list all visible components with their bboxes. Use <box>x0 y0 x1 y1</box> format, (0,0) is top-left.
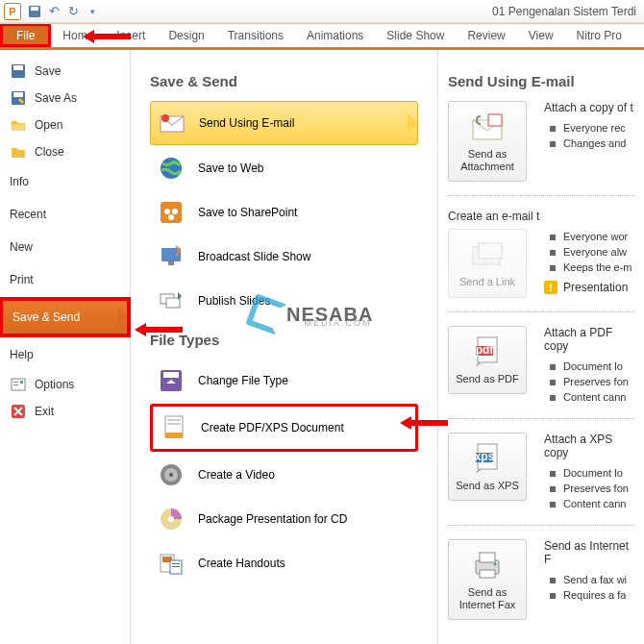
link-icon <box>453 237 522 272</box>
opt-broadcast[interactable]: Broadcast Slide Show <box>150 235 418 278</box>
sidebar-label: Save As <box>35 91 77 105</box>
tab-review[interactable]: Review <box>456 23 516 47</box>
sidebar-print[interactable]: Print <box>0 263 130 296</box>
desc-bullet: Document lo <box>550 359 634 374</box>
desc-bullet: Preserves fon <box>550 481 634 496</box>
sidebar-recent[interactable]: Recent <box>0 198 130 231</box>
backstage-sidebar: Save Save As Open Close Info Recent New … <box>0 50 131 644</box>
desc-bullet: Requires a fa <box>550 587 634 603</box>
desc-bullet: Everyone alw <box>550 244 634 260</box>
tab-design[interactable]: Design <box>157 23 215 47</box>
svg-rect-22 <box>166 298 180 308</box>
desc-title: Attach a PDF copy <box>544 326 634 353</box>
title-bar: P ↶ ↻ ▾ 01 Pengenalan Sistem Terdi <box>0 0 644 23</box>
exit-icon <box>10 404 27 419</box>
btn-send-fax[interactable]: Send as Internet Fax <box>448 539 527 620</box>
xps-desc: Attach a XPS copy Document loPreserves f… <box>544 433 634 511</box>
warn-text: Presentation <box>563 281 628 294</box>
sharepoint-icon <box>158 199 185 226</box>
tab-nitro[interactable]: Nitro Pro <box>565 23 633 47</box>
opt-label: Broadcast Slide Show <box>198 250 310 263</box>
opt-create-pdf-xps[interactable]: Create PDF/XPS Document <box>150 404 418 452</box>
sidebar-options[interactable]: Options <box>0 371 130 398</box>
qat-dropdown-icon[interactable]: ▾ <box>85 4 100 19</box>
sidebar-save-send[interactable]: Save & Send <box>0 298 130 336</box>
publish-icon <box>158 287 185 314</box>
qat-undo-icon[interactable]: ↶ <box>46 4 62 19</box>
sidebar-save-as[interactable]: Save As <box>0 85 130 111</box>
sidebar-info[interactable]: Info <box>0 165 130 198</box>
svg-rect-42 <box>479 243 502 259</box>
handouts-icon <box>158 550 185 577</box>
sidebar-label: Recent <box>10 208 46 221</box>
fax-desc: Send as Internet F Send a fax wiRequires… <box>544 539 634 603</box>
svg-point-17 <box>172 209 178 214</box>
sidebar-label: Options <box>35 378 74 391</box>
desc-bullet: Everyone wor <box>550 229 634 244</box>
pdf-icon: pdf <box>453 334 522 369</box>
opt-save-web[interactable]: Save to Web <box>150 147 418 189</box>
section-file-types: File Types <box>150 332 418 348</box>
sidebar-label: Save <box>35 64 61 78</box>
qat-redo-icon[interactable]: ↻ <box>65 4 81 19</box>
opt-save-sharepoint[interactable]: Save to SharePoint <box>150 191 418 234</box>
detail-panel: Send Using E-mail Send as Attachment Att… <box>438 50 644 644</box>
svg-rect-28 <box>165 433 183 438</box>
btn-send-xps[interactable]: xps Send as XPS <box>448 433 527 501</box>
tab-file[interactable]: File <box>0 23 51 47</box>
tab-animations[interactable]: Animations <box>295 23 375 47</box>
opt-create-video[interactable]: Create a Video <box>150 454 418 496</box>
svg-rect-10 <box>20 381 23 384</box>
opt-package-cd[interactable]: Package Presentation for CD <box>150 498 418 540</box>
tab-home[interactable]: Home <box>51 23 105 47</box>
desc-bullet: Everyone rec <box>550 120 634 136</box>
attach-desc: Attach a copy of t Everyone recChanges a… <box>544 101 634 151</box>
sidebar-new[interactable]: New <box>0 231 130 263</box>
opt-label: Create PDF/XPS Document <box>201 421 344 434</box>
close-folder-icon <box>10 144 27 160</box>
tab-insert[interactable]: Insert <box>105 23 157 47</box>
opt-label: Save to Web <box>198 161 263 175</box>
btn-label: Send as XPS <box>453 480 522 492</box>
btn-send-attachment[interactable]: Send as Attachment <box>448 101 527 182</box>
svg-rect-4 <box>13 65 23 70</box>
svg-rect-6 <box>13 92 23 97</box>
opt-label: Change File Type <box>198 374 288 387</box>
sidebar-help[interactable]: Help <box>0 338 130 371</box>
save-icon <box>10 63 27 79</box>
tab-slideshow[interactable]: Slide Show <box>375 23 456 47</box>
desc-title: Create an e-mail t <box>448 210 634 223</box>
link-desc-top: Create an e-mail t <box>448 210 634 223</box>
svg-rect-37 <box>172 563 180 564</box>
tab-transitions[interactable]: Transitions <box>216 23 295 47</box>
sidebar-label: Close <box>35 145 64 159</box>
btn-label: Send as PDF <box>453 373 522 385</box>
tab-view[interactable]: View <box>517 23 565 47</box>
opt-send-email[interactable]: Send Using E-mail <box>150 101 418 145</box>
save-as-icon <box>10 90 27 106</box>
save-send-options: Save & Send Send Using E-mail Save to We… <box>131 50 438 644</box>
warning-icon: ! <box>544 281 557 294</box>
broadcast-icon <box>158 243 185 270</box>
svg-rect-38 <box>172 566 180 567</box>
sidebar-save[interactable]: Save <box>0 58 130 85</box>
sidebar-label: Exit <box>35 405 54 418</box>
qat-save-icon[interactable] <box>27 4 42 19</box>
svg-point-18 <box>168 214 174 220</box>
detail-heading: Send Using E-mail <box>448 73 634 89</box>
btn-label: Send as Internet Fax <box>453 586 522 611</box>
desc-bullet: Changes and <box>550 136 634 151</box>
opt-label: Publish Slides <box>198 294 270 308</box>
opt-create-handouts[interactable]: Create Handouts <box>150 542 418 584</box>
pdf-desc: Attach a PDF copy Document loPreserves f… <box>544 326 634 405</box>
sidebar-exit[interactable]: Exit <box>0 398 130 425</box>
btn-send-pdf[interactable]: pdf Send as PDF <box>448 326 527 394</box>
svg-point-31 <box>169 473 173 477</box>
opt-publish-slides[interactable]: Publish Slides <box>150 280 418 322</box>
btn-label: Send a Link <box>453 276 522 288</box>
sidebar-open[interactable]: Open <box>0 111 130 138</box>
opt-change-file-type[interactable]: Change File Type <box>150 359 418 402</box>
sidebar-close[interactable]: Close <box>0 138 130 165</box>
desc-bullet: Content cann <box>550 496 634 511</box>
link-desc: Everyone worEveryone alwKeeps the e-m !P… <box>544 229 634 294</box>
